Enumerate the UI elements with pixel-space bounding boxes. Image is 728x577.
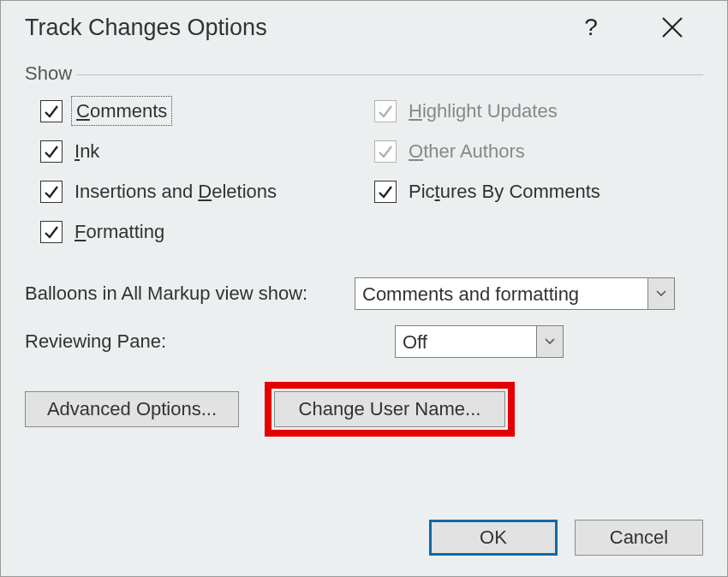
reviewing-pane-select-button[interactable] — [536, 326, 563, 357]
reviewing-pane-select[interactable]: Off — [395, 325, 564, 358]
close-button[interactable] — [638, 10, 707, 45]
balloons-row: Balloons in All Markup view show: Commen… — [25, 277, 703, 310]
dialog-title: Track Changes Options — [25, 15, 570, 41]
check-icon — [43, 143, 60, 160]
check-icon — [43, 103, 60, 120]
checkbox-label-formatting[interactable]: Formatting — [75, 221, 164, 243]
checkbox-label-highlight-updates: Highlight Updates — [409, 100, 558, 122]
advanced-options-button[interactable]: Advanced Options... — [25, 391, 239, 427]
balloons-select[interactable]: Comments and formatting — [355, 277, 675, 310]
reviewing-pane-row: Reviewing Pane: Off — [25, 325, 703, 358]
checkbox-row-other-authors: Other Authors — [374, 140, 700, 163]
help-button[interactable]: ? — [570, 14, 612, 41]
checkbox-row-formatting: Formatting — [40, 221, 323, 243]
check-icon — [377, 143, 394, 160]
check-icon — [377, 103, 394, 120]
check-icon — [43, 183, 60, 200]
checkbox-highlight-updates — [374, 100, 397, 122]
checkbox-label-ink[interactable]: Ink — [75, 140, 99, 163]
checkbox-insertions-deletions[interactable] — [40, 181, 63, 203]
checkbox-row-ink: Ink — [40, 140, 323, 163]
reviewing-pane-label: Reviewing Pane: — [25, 330, 355, 353]
checkbox-row-comments: Comments — [40, 100, 323, 122]
option-buttons-row: Advanced Options... Change User Name... — [25, 382, 703, 437]
balloons-select-value: Comments and formatting — [355, 278, 647, 309]
change-user-name-button[interactable]: Change User Name... — [274, 391, 505, 427]
checkbox-comments[interactable] — [40, 100, 63, 122]
checkbox-formatting[interactable] — [40, 221, 63, 243]
checkbox-label-comments[interactable]: Comments — [75, 100, 169, 122]
dialog-footer: OK Cancel — [429, 520, 703, 556]
checkbox-label-pictures-by-comments[interactable]: Pictures By Comments — [409, 181, 600, 203]
change-user-name-highlight: Change User Name... — [265, 382, 515, 437]
close-icon — [661, 16, 683, 39]
ok-button[interactable]: OK — [429, 520, 558, 556]
check-icon — [43, 223, 60, 241]
titlebar: Track Changes Options ? — [1, 1, 727, 54]
show-group-label: Show — [25, 62, 703, 85]
show-checkboxes: CommentsInkInsertions and DeletionsForma… — [40, 100, 703, 243]
balloons-label: Balloons in All Markup view show: — [25, 283, 355, 305]
balloons-select-button[interactable] — [647, 278, 674, 309]
chevron-down-icon — [656, 290, 666, 297]
checkbox-ink[interactable] — [40, 140, 63, 163]
checkbox-label-insertions-deletions[interactable]: Insertions and Deletions — [75, 181, 277, 203]
dropdown-rows: Balloons in All Markup view show: Commen… — [25, 277, 703, 358]
checkbox-row-pictures-by-comments: Pictures By Comments — [374, 181, 700, 203]
reviewing-pane-select-value: Off — [396, 326, 536, 357]
dialog-body: Show CommentsInkInsertions and Deletions… — [1, 54, 727, 437]
cancel-button[interactable]: Cancel — [575, 520, 703, 556]
track-changes-options-dialog: Track Changes Options ? Show CommentsInk… — [0, 0, 728, 577]
check-icon — [377, 183, 394, 200]
checkbox-other-authors — [374, 140, 397, 163]
chevron-down-icon — [545, 338, 555, 345]
checkbox-row-insertions-deletions: Insertions and Deletions — [40, 181, 323, 203]
checkbox-row-highlight-updates: Highlight Updates — [374, 100, 700, 122]
checkbox-pictures-by-comments[interactable] — [374, 181, 397, 203]
checkbox-label-other-authors: Other Authors — [409, 140, 525, 163]
